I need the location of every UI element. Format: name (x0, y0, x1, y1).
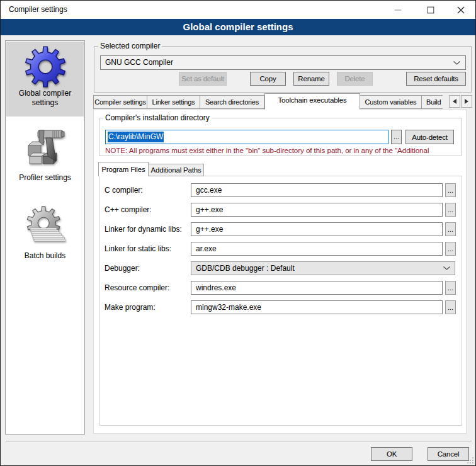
cpp-compiler-browse-button[interactable]: ... (445, 203, 456, 217)
field-label: C compiler: (105, 183, 143, 197)
install-dir-input[interactable]: C:\raylib\MinGW (105, 130, 388, 144)
resize-grip[interactable] (467, 457, 473, 463)
rename-button[interactable]: Rename (293, 72, 329, 86)
copy-button[interactable]: Copy (250, 72, 286, 86)
field-label: Linker for dynamic libs: (105, 222, 182, 236)
tab-scroll-right-button[interactable] (461, 95, 472, 108)
footer-divider-highlight (6, 441, 472, 442)
form-row-linker-static: Linker for static libs: ... (1, 242, 476, 256)
tab-scroll-left-button[interactable] (449, 95, 460, 108)
ok-button[interactable]: OK (371, 447, 412, 461)
linker-dynamic-input[interactable] (191, 222, 443, 236)
debugger-select[interactable]: GDB/CDB debugger : Default (191, 261, 455, 275)
auto-detect-button[interactable]: Auto-detect (405, 130, 454, 144)
reset-defaults-button[interactable]: Reset defaults (406, 72, 466, 86)
chevron-down-icon (443, 266, 450, 270)
window-title: Compiler settings (9, 1, 67, 19)
set-as-default-button[interactable]: Set as default (179, 72, 227, 86)
resource-compiler-input[interactable] (191, 281, 443, 295)
sidebar-item-label: Profiler settings (6, 173, 84, 183)
tab-search-directories[interactable]: Search directories (200, 95, 264, 109)
note-text: NOTE: All programs must exist either in … (105, 146, 462, 156)
debugger-select-value: GDB/CDB debugger : Default (196, 262, 295, 275)
field-label: Resource compiler: (105, 281, 169, 295)
resource-compiler-browse-button[interactable]: ... (445, 281, 456, 295)
field-label: Make program: (105, 300, 156, 314)
subtab-additional-paths[interactable]: Additional Paths (149, 164, 204, 176)
profiler-caliper-icon (25, 125, 65, 165)
form-row-debugger: Debugger: GDB/CDB debugger : Default (1, 261, 476, 275)
maximize-icon (427, 6, 434, 13)
arrow-left-icon (453, 99, 456, 104)
arrow-right-icon (465, 99, 468, 104)
tab-linker-settings[interactable]: Linker settings (147, 95, 200, 109)
c-compiler-browse-button[interactable]: ... (445, 183, 456, 197)
field-label: C++ compiler: (105, 203, 152, 217)
field-label: Linker for static libs: (105, 242, 171, 256)
minimize-button[interactable] (383, 1, 412, 19)
field-label: Debugger: (105, 261, 140, 275)
subtab-program-files[interactable]: Program Files (98, 162, 149, 176)
settings-category-list: Global compiler settings (5, 40, 85, 435)
c-compiler-input[interactable] (191, 183, 443, 197)
title-bar: Compiler settings (1, 1, 475, 19)
blue-gear-icon (25, 46, 66, 88)
form-row-c-compiler: C compiler: ... (1, 183, 476, 197)
tab-toolchain-executables[interactable]: Toolchain executables (264, 93, 360, 110)
selected-text: C:\raylib\MinGW (108, 132, 164, 142)
close-button[interactable] (446, 1, 475, 19)
maximize-button[interactable] (416, 1, 445, 19)
delete-button[interactable]: Delete (337, 72, 373, 86)
linker-dynamic-browse-button[interactable]: ... (445, 222, 456, 236)
cancel-button[interactable]: Cancel (428, 447, 469, 461)
tab-custom-variables[interactable]: Custom variables (360, 95, 422, 109)
compiler-select[interactable]: GNU GCC Compiler (100, 55, 466, 70)
make-program-browse-button[interactable]: ... (445, 300, 456, 314)
linker-static-browse-button[interactable]: ... (445, 242, 456, 256)
install-dir-browse-button[interactable]: ... (391, 130, 402, 144)
install-dir-legend: Compiler's installation directory (103, 113, 212, 122)
tab-compiler-settings[interactable]: Compiler settings (93, 95, 147, 109)
compiler-select-value: GNU GCC Compiler (105, 56, 173, 69)
form-row-linker-dynamic: Linker for dynamic libs: ... (1, 222, 476, 236)
cpp-compiler-input[interactable] (191, 203, 443, 217)
minimize-icon (394, 6, 401, 13)
form-row-cpp-compiler: C++ compiler: ... (1, 203, 476, 217)
close-icon (457, 6, 464, 13)
sidebar-item-label: Global compiler settings (6, 89, 84, 108)
make-program-input[interactable] (191, 300, 443, 314)
dialog-header: Global compiler settings (1, 19, 475, 35)
form-row-resource-compiler: Resource compiler: ... (1, 281, 476, 295)
linker-static-input[interactable] (191, 242, 443, 256)
form-row-make-program: Make program: ... (1, 300, 476, 314)
chevron-down-icon (453, 61, 460, 65)
compiler-settings-dialog: Compiler settings Global compiler settin… (0, 0, 476, 466)
tab-build-options[interactable]: Build options (422, 95, 443, 109)
selected-compiler-legend: Selected compiler (98, 42, 162, 50)
